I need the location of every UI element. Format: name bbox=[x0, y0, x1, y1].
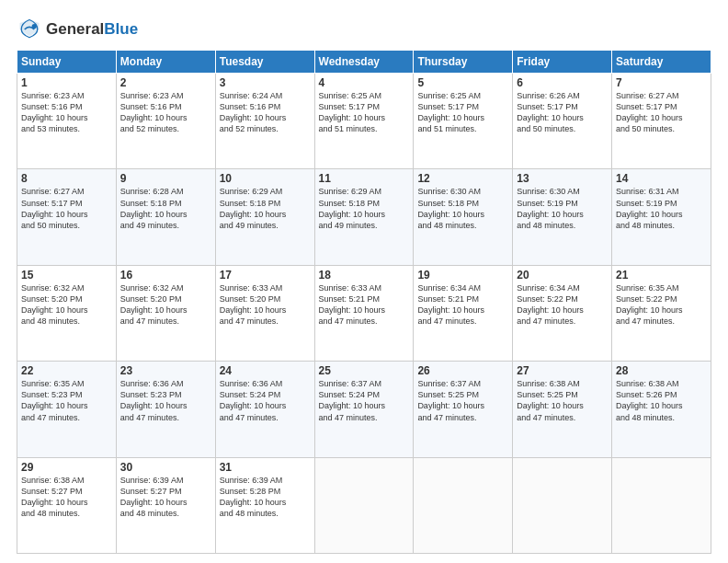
day-info: Sunrise: 6:38 AMSunset: 5:27 PMDaylight:… bbox=[21, 475, 112, 520]
calendar-cell: 29 Sunrise: 6:38 AMSunset: 5:27 PMDaylig… bbox=[17, 457, 117, 553]
calendar-header-wednesday: Wednesday bbox=[314, 51, 414, 74]
calendar-cell: 1 Sunrise: 6:23 AMSunset: 5:16 PMDayligh… bbox=[17, 74, 117, 169]
calendar-cell: 15 Sunrise: 6:32 AMSunset: 5:20 PMDaylig… bbox=[17, 265, 117, 361]
calendar-cell bbox=[314, 457, 414, 553]
day-info: Sunrise: 6:23 AMSunset: 5:16 PMDaylight:… bbox=[21, 90, 112, 135]
calendar-cell: 14 Sunrise: 6:31 AMSunset: 5:19 PMDaylig… bbox=[612, 169, 711, 265]
day-number: 29 bbox=[21, 461, 112, 474]
day-info: Sunrise: 6:39 AMSunset: 5:27 PMDaylight:… bbox=[120, 475, 211, 520]
calendar-cell: 27 Sunrise: 6:38 AMSunset: 5:25 PMDaylig… bbox=[513, 362, 612, 457]
day-info: Sunrise: 6:24 AMSunset: 5:16 PMDaylight:… bbox=[220, 90, 311, 135]
day-number: 10 bbox=[220, 172, 311, 185]
calendar-header-thursday: Thursday bbox=[414, 51, 513, 74]
day-number: 6 bbox=[517, 76, 608, 89]
day-info: Sunrise: 6:30 AMSunset: 5:18 PMDaylight:… bbox=[417, 186, 508, 231]
day-number: 30 bbox=[120, 461, 211, 474]
calendar-cell: 18 Sunrise: 6:33 AMSunset: 5:21 PMDaylig… bbox=[314, 265, 414, 361]
calendar-cell: 23 Sunrise: 6:36 AMSunset: 5:23 PMDaylig… bbox=[116, 362, 215, 457]
calendar-week-3: 15 Sunrise: 6:32 AMSunset: 5:20 PMDaylig… bbox=[17, 265, 711, 361]
calendar-cell: 21 Sunrise: 6:35 AMSunset: 5:22 PMDaylig… bbox=[612, 265, 711, 361]
calendar-cell: 19 Sunrise: 6:34 AMSunset: 5:21 PMDaylig… bbox=[414, 265, 513, 361]
day-info: Sunrise: 6:35 AMSunset: 5:22 PMDaylight:… bbox=[616, 282, 707, 327]
day-number: 11 bbox=[319, 172, 410, 185]
calendar-cell: 31 Sunrise: 6:39 AMSunset: 5:28 PMDaylig… bbox=[215, 457, 314, 553]
calendar-cell bbox=[414, 457, 513, 553]
calendar-header-tuesday: Tuesday bbox=[215, 51, 314, 74]
day-number: 9 bbox=[120, 172, 211, 185]
day-info: Sunrise: 6:36 AMSunset: 5:23 PMDaylight:… bbox=[120, 378, 211, 423]
day-info: Sunrise: 6:36 AMSunset: 5:24 PMDaylight:… bbox=[220, 378, 311, 423]
calendar-header-saturday: Saturday bbox=[612, 51, 711, 74]
day-number: 26 bbox=[417, 364, 508, 377]
day-number: 3 bbox=[220, 76, 311, 89]
calendar-week-2: 8 Sunrise: 6:27 AMSunset: 5:17 PMDayligh… bbox=[17, 169, 711, 265]
day-info: Sunrise: 6:35 AMSunset: 5:23 PMDaylight:… bbox=[21, 378, 112, 423]
day-info: Sunrise: 6:25 AMSunset: 5:17 PMDaylight:… bbox=[417, 90, 508, 135]
day-number: 5 bbox=[417, 76, 508, 89]
day-info: Sunrise: 6:27 AMSunset: 5:17 PMDaylight:… bbox=[21, 186, 112, 231]
day-info: Sunrise: 6:31 AMSunset: 5:19 PMDaylight:… bbox=[616, 186, 707, 231]
day-info: Sunrise: 6:33 AMSunset: 5:20 PMDaylight:… bbox=[220, 282, 311, 327]
day-info: Sunrise: 6:38 AMSunset: 5:25 PMDaylight:… bbox=[517, 378, 608, 423]
day-info: Sunrise: 6:29 AMSunset: 5:18 PMDaylight:… bbox=[319, 186, 410, 231]
day-number: 28 bbox=[616, 364, 707, 377]
day-number: 21 bbox=[616, 269, 707, 282]
svg-point-1 bbox=[32, 24, 37, 29]
day-number: 22 bbox=[21, 364, 112, 377]
calendar-cell: 10 Sunrise: 6:29 AMSunset: 5:18 PMDaylig… bbox=[215, 169, 314, 265]
day-info: Sunrise: 6:29 AMSunset: 5:18 PMDaylight:… bbox=[220, 186, 311, 231]
calendar-cell: 12 Sunrise: 6:30 AMSunset: 5:18 PMDaylig… bbox=[414, 169, 513, 265]
day-number: 24 bbox=[220, 364, 311, 377]
calendar-cell: 6 Sunrise: 6:26 AMSunset: 5:17 PMDayligh… bbox=[513, 74, 612, 169]
calendar-cell: 22 Sunrise: 6:35 AMSunset: 5:23 PMDaylig… bbox=[17, 362, 117, 457]
day-info: Sunrise: 6:27 AMSunset: 5:17 PMDaylight:… bbox=[616, 90, 707, 135]
day-number: 18 bbox=[319, 269, 410, 282]
day-info: Sunrise: 6:28 AMSunset: 5:18 PMDaylight:… bbox=[120, 186, 211, 231]
header: GeneralBlue bbox=[17, 17, 711, 42]
day-info: Sunrise: 6:33 AMSunset: 5:21 PMDaylight:… bbox=[319, 282, 410, 327]
day-number: 25 bbox=[319, 364, 410, 377]
logo-icon bbox=[17, 17, 42, 42]
calendar-cell: 4 Sunrise: 6:25 AMSunset: 5:17 PMDayligh… bbox=[314, 74, 414, 169]
calendar-cell: 7 Sunrise: 6:27 AMSunset: 5:17 PMDayligh… bbox=[612, 74, 711, 169]
day-number: 12 bbox=[417, 172, 508, 185]
day-info: Sunrise: 6:37 AMSunset: 5:25 PMDaylight:… bbox=[417, 378, 508, 423]
day-info: Sunrise: 6:34 AMSunset: 5:21 PMDaylight:… bbox=[417, 282, 508, 327]
calendar-cell: 25 Sunrise: 6:37 AMSunset: 5:24 PMDaylig… bbox=[314, 362, 414, 457]
day-number: 14 bbox=[616, 172, 707, 185]
calendar-cell: 2 Sunrise: 6:23 AMSunset: 5:16 PMDayligh… bbox=[116, 74, 215, 169]
day-number: 8 bbox=[21, 172, 112, 185]
calendar-page: GeneralBlue SundayMondayTuesdayWednesday… bbox=[0, 0, 728, 563]
day-number: 23 bbox=[120, 364, 211, 377]
calendar-body: 1 Sunrise: 6:23 AMSunset: 5:16 PMDayligh… bbox=[17, 74, 711, 554]
logo-text: GeneralBlue bbox=[46, 21, 138, 39]
day-number: 31 bbox=[220, 461, 311, 474]
day-number: 7 bbox=[616, 76, 707, 89]
calendar-cell: 5 Sunrise: 6:25 AMSunset: 5:17 PMDayligh… bbox=[414, 74, 513, 169]
calendar-cell: 28 Sunrise: 6:38 AMSunset: 5:26 PMDaylig… bbox=[612, 362, 711, 457]
calendar-cell bbox=[513, 457, 612, 553]
day-info: Sunrise: 6:39 AMSunset: 5:28 PMDaylight:… bbox=[220, 475, 311, 520]
calendar-week-5: 29 Sunrise: 6:38 AMSunset: 5:27 PMDaylig… bbox=[17, 457, 711, 553]
day-info: Sunrise: 6:32 AMSunset: 5:20 PMDaylight:… bbox=[21, 282, 112, 327]
day-info: Sunrise: 6:32 AMSunset: 5:20 PMDaylight:… bbox=[120, 282, 211, 327]
calendar-cell: 30 Sunrise: 6:39 AMSunset: 5:27 PMDaylig… bbox=[116, 457, 215, 553]
day-number: 1 bbox=[21, 76, 112, 89]
calendar-cell: 8 Sunrise: 6:27 AMSunset: 5:17 PMDayligh… bbox=[17, 169, 117, 265]
day-info: Sunrise: 6:23 AMSunset: 5:16 PMDaylight:… bbox=[120, 90, 211, 135]
calendar-cell: 11 Sunrise: 6:29 AMSunset: 5:18 PMDaylig… bbox=[314, 169, 414, 265]
calendar-cell: 16 Sunrise: 6:32 AMSunset: 5:20 PMDaylig… bbox=[116, 265, 215, 361]
calendar-cell: 17 Sunrise: 6:33 AMSunset: 5:20 PMDaylig… bbox=[215, 265, 314, 361]
calendar-cell: 26 Sunrise: 6:37 AMSunset: 5:25 PMDaylig… bbox=[414, 362, 513, 457]
day-number: 20 bbox=[517, 269, 608, 282]
day-number: 17 bbox=[220, 269, 311, 282]
calendar-week-4: 22 Sunrise: 6:35 AMSunset: 5:23 PMDaylig… bbox=[17, 362, 711, 457]
day-number: 2 bbox=[120, 76, 211, 89]
day-info: Sunrise: 6:38 AMSunset: 5:26 PMDaylight:… bbox=[616, 378, 707, 423]
logo: GeneralBlue bbox=[17, 17, 138, 42]
day-number: 4 bbox=[319, 76, 410, 89]
calendar-header-friday: Friday bbox=[513, 51, 612, 74]
calendar-cell: 3 Sunrise: 6:24 AMSunset: 5:16 PMDayligh… bbox=[215, 74, 314, 169]
calendar-header-row: SundayMondayTuesdayWednesdayThursdayFrid… bbox=[17, 51, 711, 74]
calendar-cell: 20 Sunrise: 6:34 AMSunset: 5:22 PMDaylig… bbox=[513, 265, 612, 361]
